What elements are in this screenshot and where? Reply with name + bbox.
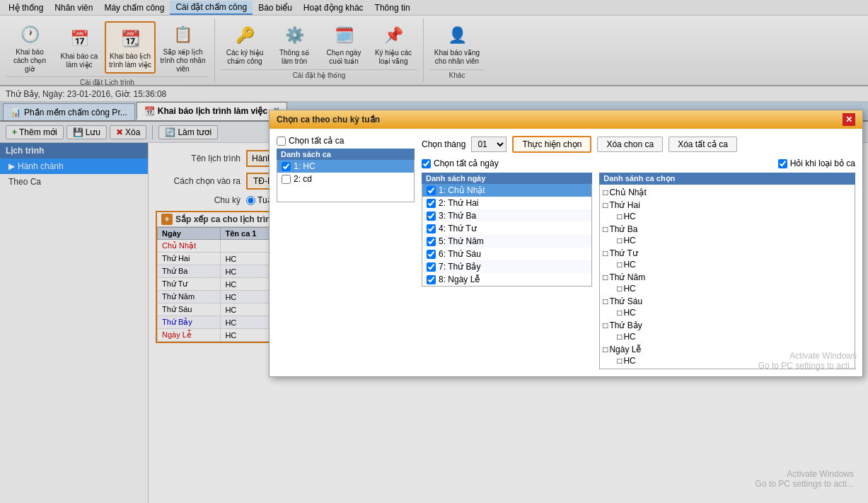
ngay-item-4[interactable]: 4: Thứ Tư [422,222,591,235]
ribbon-btn-khai-bao-ca-label: Khai báo ca làm việc [58,52,100,69]
schedule-header-label: Sắp xếp ca cho lịch trình [175,214,276,224]
menu-hoat-dong-khac[interactable]: Hoạt động khác [298,1,369,14]
tree-checkbox-th6[interactable]: □ [603,296,608,306]
btn-luu[interactable]: 💾 Lưu [66,125,107,139]
ca-item-1[interactable]: 1: HC [277,160,414,173]
modal-right: Chọn tháng 01 02 Thực hiện chọn Xóa chon… [422,136,855,369]
key-icon: 🔑 [231,22,258,49]
ribbon-btn-khai-bao-vang-label: Khai báo vắng cho nhân viên [432,49,482,66]
chon-thang-select[interactable]: 01 02 [471,137,507,152]
chu-ky-label: Chu kỳ [156,195,241,205]
ngay-item-1[interactable]: 1: Chủ Nhật [422,184,591,197]
modal-titlebar: Chọn ca theo chu kỳ tuần ✕ [270,110,862,129]
tab-khai-bao[interactable]: 📆 Khai báo lịch trình làm việc ✕ [137,102,287,120]
tree-node-th2[interactable]: □ Thứ Hai □ HC [601,199,853,223]
btn-thuc-hien-chon[interactable]: Thực hiện chọn [512,136,591,153]
tree-node-th3[interactable]: □ Thứ Ba □ HC [601,223,853,247]
tree-node-th6[interactable]: □ Thứ Sáu □ HC [601,295,853,319]
btn-xoa[interactable]: ✖ Xóa [110,125,146,139]
tree-checkbox-nl[interactable]: □ [603,345,608,354]
ribbon-btn-sap-xep[interactable]: 📋 Sắp xếp lịch trình cho nhân viên [157,18,209,76]
cb-hoi-khi[interactable]: Hỏi khi loại bỏ ca [778,158,855,168]
row-thu-ba[interactable]: Thứ Ba HC [158,265,280,278]
schedule-header: + Sắp xếp ca cho lịch trình [157,212,280,227]
row-thu-hai[interactable]: Thứ Hai HC [158,253,280,265]
menu-thong-tin[interactable]: Thông tin [369,1,416,14]
ribbon-btn-thong-so[interactable]: ⚙️ Thông số làm tròn [270,19,318,69]
refresh-icon: 🔄 [165,127,175,137]
menu-he-thong[interactable]: Hệ thống [3,1,49,14]
tree-checkbox-th3-hc[interactable]: □ [617,236,622,245]
ribbon-btn-khai-bao-ca[interactable]: 📅 Khai báo ca làm việc [55,23,103,72]
plus-icon: + [12,127,17,137]
btn-xoa-tat-ca[interactable]: Xóa tất cả ca [669,137,737,152]
sidebar-item-theo-ca[interactable]: Theo Ca [0,174,148,190]
modal-close-btn[interactable]: ✕ [843,113,855,126]
ribbon-btn-ky-hieu[interactable]: 🔑 Các ký hiệu chấm công [221,19,269,69]
tree-node-th7[interactable]: □ Thứ Bảy □ HC [601,319,853,343]
ngay-item-6[interactable]: 6: Thứ Sáu [422,248,591,260]
ribbon-btn-ky-hieu-vang-label: Ký hiệu các loại vắng [372,49,415,66]
tree-checkbox-nl-hc[interactable]: □ [617,356,622,366]
ca-item-2[interactable]: 2: cd [277,173,414,185]
sidebar-item-hanh-chanh[interactable]: ▶ Hành chánh [0,158,148,174]
ribbon-btn-ky-hieu-vang[interactable]: 📌 Ký hiệu các loại vắng [369,19,417,69]
ngay-item-2[interactable]: 2: Thứ Hai [422,197,591,209]
btn-them-moi-label: Thêm mới [19,127,57,137]
menu-nhan-vien[interactable]: Nhân viên [49,1,98,14]
menu-may-cham-cong[interactable]: Máy chấm công [98,1,170,14]
btn-xoa-chon-ca[interactable]: Xóa chon ca [597,137,663,152]
tree-checkbox-th4[interactable]: □ [603,248,608,258]
ribbon-btn-chon-ngay[interactable]: 🗓️ Chọn ngày cuối tuần [320,19,368,69]
tree-checkbox-th2-hc[interactable]: □ [617,212,622,221]
ribbon-btn-khai-bao-lich[interactable]: 📆 Khai báo lịch trình làm việc [105,21,156,74]
day-grid: Danh sách ngày 1: Chủ Nhật 2: Thứ Hai [422,173,855,369]
row-chu-nhat[interactable]: Chủ Nhật [158,240,280,253]
tree-checkbox-th2[interactable]: □ [603,200,608,210]
ngay-item-7[interactable]: 7: Thứ Bảy [422,260,591,273]
chon-tat-ca-cb[interactable]: Chọn tất cả ca [277,136,415,146]
tree-checkbox-cn[interactable]: □ [603,187,608,197]
row-thu-sau[interactable]: Thứ Sáu HC [158,303,280,316]
tab-phan-mem[interactable]: 📊 Phần mềm chấm công Pr... [3,103,135,120]
tree-node-th5[interactable]: □ Thứ Năm □ HC [601,271,853,295]
modal-toolbar: Chọn tháng 01 02 Thực hiện chọn Xóa chon… [422,136,855,153]
ribbon-group-label-3: Khác [429,69,485,79]
tree-checkbox-th7-hc[interactable]: □ [617,332,622,342]
tab-label-2: Khai báo lịch trình làm việc [158,106,267,116]
ngay-item-8[interactable]: 8: Ngày Lễ [422,273,591,286]
statusbar: Thứ Bảy, Ngày: 23-01-2016, Giờ: 15:36:08 [0,86,868,102]
ribbon-btn-khai-bao-cach[interactable]: 🕐 Khai báo cách chọn giờ [6,18,54,76]
tree-checkbox-th3[interactable]: □ [603,224,608,234]
tree-checkbox-th7[interactable]: □ [603,320,608,330]
tab-icon-2: 📆 [144,106,155,116]
watermark: Activate Windows Go to PC settings to ac… [756,469,854,489]
cb-chon-tat-ca-ngay[interactable]: Chọn tất cả ngày [422,158,499,168]
ngay-le: Ngày Lễ [158,329,221,342]
save-icon: 💾 [73,127,83,137]
row-thu-bay[interactable]: Thứ Bảy HC [158,316,280,329]
schedule-add-btn[interactable]: + [161,214,173,225]
btn-lam-tuoi-label: Làm tươi [178,127,212,137]
row-thu-tu[interactable]: Thứ Tư HC [158,278,280,291]
calendar2-icon: 📆 [117,25,144,52]
date-icon: 🗓️ [330,22,357,49]
ribbon-btn-khai-bao-vang[interactable]: 👤 Khai báo vắng cho nhân viên [429,19,485,69]
tree-checkbox-th5[interactable]: □ [603,272,608,282]
btn-lam-tuoi[interactable]: 🔄 Làm tươi [158,125,218,139]
ngay-item-5[interactable]: 5: Thứ Năm [422,235,591,248]
tree-node-th4[interactable]: □ Thứ Tư □ HC [601,247,853,271]
row-thu-nam[interactable]: Thứ Năm HC [158,291,280,303]
menu-cai-dat-cham-cong[interactable]: Cài đặt chấm công [170,1,253,15]
row-ngay-le[interactable]: Ngày Lễ HC [158,329,280,342]
tree-checkbox-th5-hc[interactable]: □ [617,284,622,294]
tree-node-cn[interactable]: □ Chủ Nhật [601,186,853,199]
ngay-item-3[interactable]: 3: Thứ Ba [422,209,591,222]
tree-view: □ Chủ Nhật □ Thứ Hai □ [599,185,855,369]
tree-checkbox-th4-hc[interactable]: □ [617,260,622,270]
danh-sach-ca-chon-header: Danh sánh ca chọn [599,173,855,185]
settings-icon: ⚙️ [281,22,308,49]
menu-bao-bieu[interactable]: Báo biểu [253,1,298,14]
tree-checkbox-th6-hc[interactable]: □ [617,308,622,318]
btn-them-moi[interactable]: + Thêm mới [6,125,64,139]
